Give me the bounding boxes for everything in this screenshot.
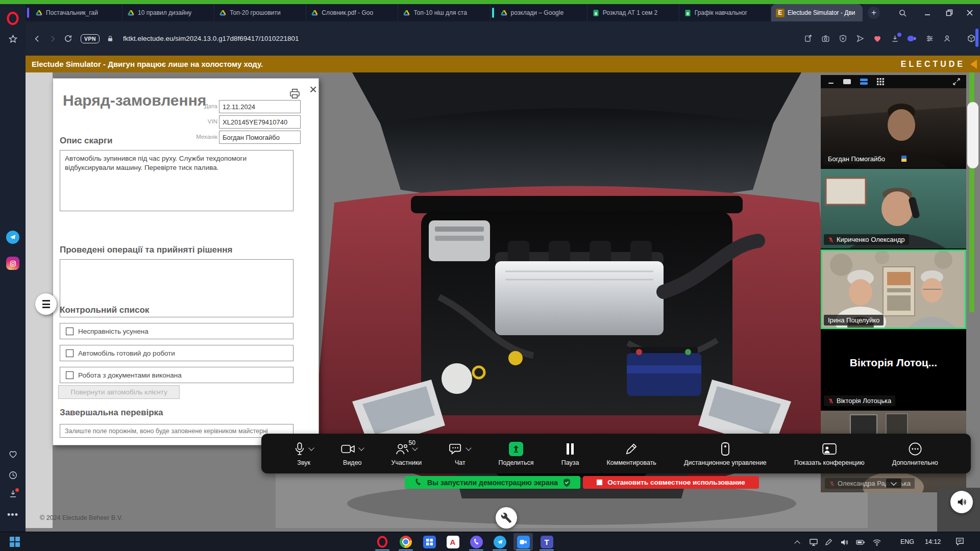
taskbar-viber-icon[interactable]: [467, 533, 486, 550]
tray-volume-icon[interactable]: [840, 538, 848, 546]
history-clock-icon[interactable]: [0, 466, 26, 484]
taskbar-telegram-icon[interactable]: [490, 533, 509, 550]
back-icon[interactable]: [30, 31, 45, 46]
checklist-label: Несправність усунена: [78, 328, 149, 335]
fullscreen-icon[interactable]: [953, 78, 960, 85]
sim-menu-button[interactable]: [35, 293, 57, 315]
tray-battery-icon[interactable]: [856, 538, 865, 546]
pause-button[interactable]: Пауза: [561, 441, 579, 466]
opera-logo-icon[interactable]: [0, 9, 26, 28]
collapse-videos-button[interactable]: [886, 479, 901, 488]
microphone-icon: [294, 442, 305, 456]
tab-9-active[interactable]: E Electude Simulator - Дви: [771, 4, 863, 21]
language-indicator[interactable]: ENG: [900, 532, 914, 551]
chevron-down-icon[interactable]: [308, 445, 314, 450]
reload-icon[interactable]: [60, 31, 76, 46]
hidden-icons-chevron[interactable]: [793, 538, 801, 546]
stop-sharing-button[interactable]: Остановить совместное использование: [583, 476, 759, 489]
date-field[interactable]: [219, 100, 301, 113]
tab-8[interactable]: Графік навчальног: [679, 4, 771, 21]
vpn-badge[interactable]: VPN: [81, 34, 100, 43]
new-tab-button[interactable]: +: [868, 7, 880, 19]
close-form-icon[interactable]: ×: [309, 83, 317, 96]
settings-sliders-icon[interactable]: [921, 31, 938, 46]
url-text[interactable]: fktkt.electude.eu/sim2024.13.0.g17d8f694…: [123, 35, 299, 42]
drive-icon: [35, 9, 43, 17]
zoom-scrollbar-thumb[interactable]: [967, 102, 978, 168]
stop-sharing-text: Остановить совместное использование: [607, 479, 745, 486]
tab-1[interactable]: Постачальник_гай: [31, 4, 122, 21]
taskbar-opera-icon[interactable]: [373, 533, 392, 550]
participants-button[interactable]: 50 Участники: [391, 441, 422, 466]
taskbar-chrome-icon[interactable]: [396, 533, 415, 550]
final-check-input[interactable]: [60, 424, 293, 438]
video-button[interactable]: Видео: [341, 441, 363, 466]
complaint-textarea[interactable]: Автомобіль зупинився під час руху. Служб…: [60, 150, 293, 211]
edit-icon[interactable]: [799, 31, 817, 46]
tab-3[interactable]: Топ-20 грошовити: [214, 4, 306, 21]
speed-dial-star-icon[interactable]: [0, 30, 26, 48]
tab-7[interactable]: Розклад АТ 1 сем 2: [587, 4, 679, 21]
tools-wrench-button[interactable]: [496, 507, 517, 529]
start-button[interactable]: [5, 533, 24, 550]
tray-pen-icon[interactable]: [824, 538, 833, 546]
audio-button[interactable]: Звук: [294, 441, 313, 466]
grid-view-icon[interactable]: [877, 78, 884, 85]
video-tile[interactable]: Богдан Помогайбо: [821, 88, 966, 168]
lock-icon[interactable]: [103, 31, 118, 46]
return-car-button[interactable]: Повернути автомобіль клієнту: [58, 385, 180, 399]
downloads-icon[interactable]: [0, 484, 26, 503]
telegram-icon[interactable]: [0, 228, 26, 246]
tray-network-icon[interactable]: [872, 538, 881, 546]
remote-control-button[interactable]: Дистанционное управление: [684, 441, 767, 466]
downloads-icon[interactable]: [886, 31, 903, 46]
forward-icon[interactable]: [45, 31, 60, 46]
shield-off-icon[interactable]: [834, 31, 851, 46]
notification-center-icon[interactable]: [955, 537, 964, 546]
favorites-heart-icon[interactable]: [0, 445, 26, 463]
tab-4[interactable]: Словник.pdf - Goo: [306, 4, 398, 21]
checkbox[interactable]: [66, 349, 74, 357]
taskbar-zoom-icon[interactable]: [513, 533, 533, 550]
video-tile[interactable]: Вікторія Лотоц... Вікторія Лотоцька: [821, 330, 966, 410]
close-icon[interactable]: [960, 4, 980, 21]
minimize-icon[interactable]: [917, 4, 938, 21]
search-icon[interactable]: [892, 4, 913, 21]
sidebar-more-icon[interactable]: •••: [0, 506, 26, 524]
tray-display-icon[interactable]: [809, 538, 818, 546]
show-meeting-button[interactable]: Показать конференцию: [794, 441, 865, 466]
minimize-icon[interactable]: [828, 79, 834, 85]
vpn-pro-icon[interactable]: [903, 31, 921, 46]
more-button[interactable]: Дополнительно: [892, 441, 938, 466]
restore-icon[interactable]: [939, 4, 960, 21]
checkbox[interactable]: [66, 371, 74, 379]
video-tile-active-speaker[interactable]: Ірина Поцелуйко: [821, 249, 966, 329]
chevron-down-icon[interactable]: [466, 445, 472, 450]
video-tile[interactable]: Кириченко Олександр: [821, 169, 966, 248]
taskbar-letter-a-icon[interactable]: A: [443, 533, 462, 550]
tab-6[interactable]: розклади – Google: [496, 4, 587, 21]
download-badge: [897, 33, 901, 37]
share-screen-button[interactable]: Поделиться: [499, 441, 534, 466]
tab-5[interactable]: Топ-10 ніш для ста: [398, 4, 490, 21]
send-icon[interactable]: [851, 31, 869, 46]
taskbar-teams-icon[interactable]: T: [537, 533, 556, 550]
scroll-indicator[interactable]: [975, 29, 978, 47]
taskbar-apps-grid-icon[interactable]: [420, 533, 439, 550]
instagram-icon[interactable]: [0, 254, 26, 272]
snapshot-camera-icon[interactable]: [817, 31, 834, 46]
profile-icon[interactable]: [938, 31, 955, 46]
print-icon[interactable]: [289, 88, 301, 102]
chat-button[interactable]: Чат: [449, 441, 471, 466]
tab-2[interactable]: 10 правил дизайну: [122, 4, 214, 21]
favorites-heart-icon[interactable]: [869, 31, 886, 46]
mechanic-field[interactable]: [219, 131, 301, 144]
annotate-button[interactable]: Комментировать: [607, 441, 656, 466]
clock[interactable]: 14:12: [925, 532, 941, 551]
vin-field[interactable]: [219, 115, 301, 129]
strip-view-icon[interactable]: [860, 79, 868, 85]
checkbox[interactable]: [66, 328, 74, 335]
chevron-down-icon[interactable]: [359, 445, 364, 450]
speaker-button[interactable]: [950, 491, 973, 513]
speaker-view-icon[interactable]: [843, 79, 851, 85]
